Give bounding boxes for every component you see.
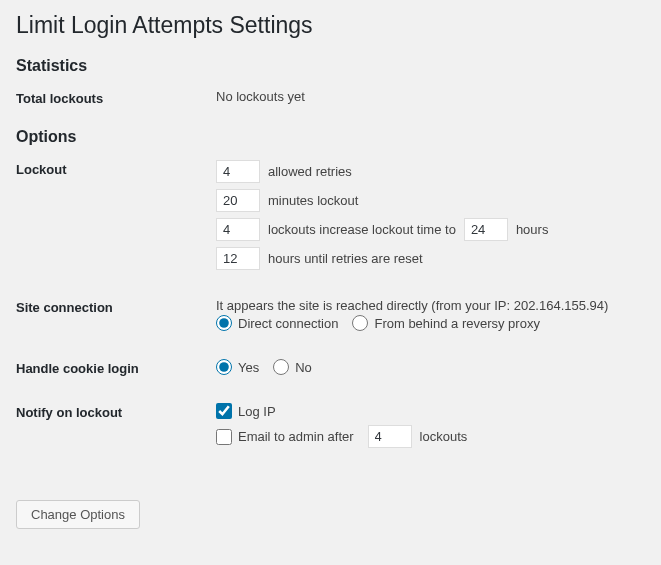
allowed-retries-text: allowed retries [268, 164, 352, 179]
email-admin-checkbox[interactable] [216, 429, 232, 445]
cookie-login-row: Handle cookie login Yes No [16, 359, 645, 381]
lockouts-increase-input[interactable] [216, 218, 260, 241]
site-connection-description: It appears the site is reached directly … [216, 298, 645, 313]
total-lockouts-value: No lockouts yet [216, 89, 645, 104]
site-connection-row: Site connection It appears the site is r… [16, 298, 645, 337]
lockouts-increase-text1: lockouts increase lockout time to [268, 222, 456, 237]
lockouts-increase-hours-input[interactable] [464, 218, 508, 241]
total-lockouts-row: Total lockouts No lockouts yet [16, 89, 645, 106]
cookie-no-radio[interactable] [273, 359, 289, 375]
log-ip-label: Log IP [238, 404, 276, 419]
options-heading: Options [16, 128, 645, 146]
reset-hours-text: hours until retries are reset [268, 251, 423, 266]
email-admin-label-1: Email to admin after [238, 429, 354, 444]
cookie-yes-label: Yes [238, 360, 259, 375]
log-ip-checkbox[interactable] [216, 403, 232, 419]
proxy-connection-label: From behind a reversy proxy [374, 316, 539, 331]
total-lockouts-label: Total lockouts [16, 89, 216, 106]
statistics-heading: Statistics [16, 57, 645, 75]
lockouts-increase-text2: hours [516, 222, 549, 237]
cookie-login-label: Handle cookie login [16, 359, 216, 376]
direct-connection-label: Direct connection [238, 316, 338, 331]
lockout-label: Lockout [16, 160, 216, 177]
lockout-row: Lockout allowed retries minutes lockout … [16, 160, 645, 276]
minutes-lockout-text: minutes lockout [268, 193, 358, 208]
cookie-yes-radio[interactable] [216, 359, 232, 375]
email-lockouts-input[interactable] [368, 425, 412, 448]
email-admin-label-2: lockouts [420, 429, 468, 444]
direct-connection-radio[interactable] [216, 315, 232, 331]
notify-label: Notify on lockout [16, 403, 216, 420]
allowed-retries-input[interactable] [216, 160, 260, 183]
cookie-no-label: No [295, 360, 312, 375]
notify-row: Notify on lockout Log IP Email to admin … [16, 403, 645, 454]
reset-hours-input[interactable] [216, 247, 260, 270]
proxy-connection-radio[interactable] [352, 315, 368, 331]
site-connection-label: Site connection [16, 298, 216, 315]
page-title: Limit Login Attempts Settings [16, 12, 645, 39]
change-options-button[interactable]: Change Options [16, 500, 140, 529]
minutes-lockout-input[interactable] [216, 189, 260, 212]
